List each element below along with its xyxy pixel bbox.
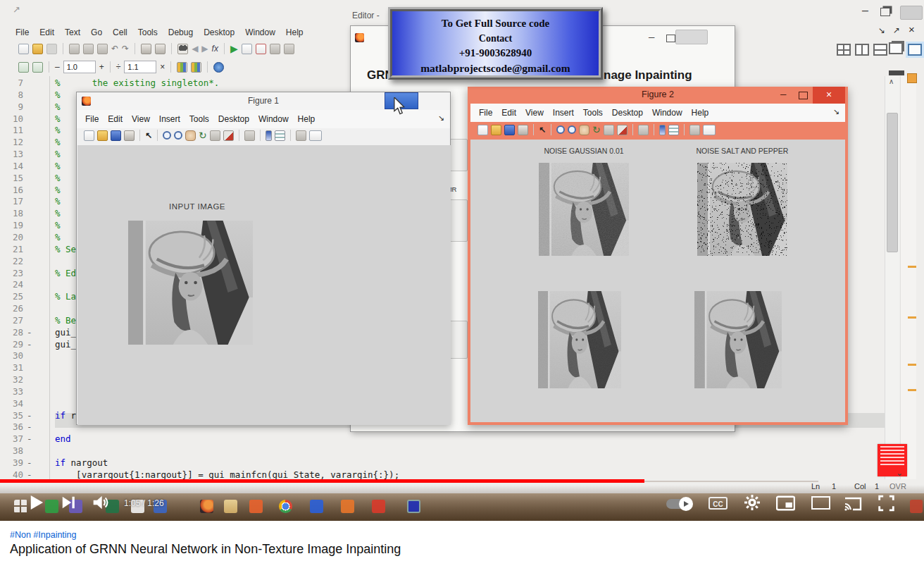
pan-icon[interactable] — [579, 125, 589, 135]
volume-icon[interactable] — [92, 494, 108, 511]
multiply-icon[interactable]: × — [160, 62, 165, 73]
figure2-menu-help[interactable]: Help — [692, 108, 709, 118]
cut-icon[interactable] — [69, 44, 80, 54]
play-button[interactable] — [27, 493, 45, 512]
pointer-icon[interactable]: ↖ — [145, 130, 152, 141]
brush-icon[interactable] — [617, 125, 628, 135]
figure2-menu-file[interactable]: File — [479, 108, 492, 118]
editor-menu-cell[interactable]: Cell — [113, 27, 127, 37]
copy-icon[interactable] — [83, 44, 94, 54]
gui-maximize-icon[interactable] — [666, 35, 675, 42]
chevron-down-icon[interactable]: ⌄ — [896, 468, 903, 478]
figure1-menu-tools[interactable]: Tools — [189, 114, 209, 124]
taskbar-chrome-icon[interactable] — [279, 500, 292, 513]
figure2-menu-insert[interactable]: Insert — [553, 108, 574, 118]
figure2-window[interactable]: Figure 2 – × FileEditViewInsertToolsDesk… — [468, 87, 848, 425]
insert-cell-icon[interactable] — [18, 62, 29, 73]
editor-line-39[interactable]: 39-if nargout — [0, 457, 885, 469]
figure2-maximize-icon[interactable] — [799, 92, 808, 99]
tile-icon[interactable] — [270, 44, 280, 54]
layout-single-icon[interactable] — [908, 44, 922, 56]
warning-tick[interactable] — [908, 266, 916, 268]
minimize-button[interactable]: – — [862, 4, 868, 17]
subplot-icon[interactable] — [703, 125, 716, 135]
save-icon[interactable] — [504, 125, 515, 135]
figure1-dock-icon[interactable]: ↘ — [438, 113, 444, 123]
open-file-icon[interactable] — [32, 44, 43, 54]
rotate-icon[interactable]: ↻ — [592, 125, 601, 135]
print-preview-icon[interactable] — [155, 44, 166, 54]
legend-icon[interactable] — [275, 130, 285, 141]
new-figure-icon[interactable] — [84, 130, 94, 141]
gui-close-button[interactable] — [675, 30, 708, 44]
figure2-dock-icon[interactable]: ↘ — [833, 107, 839, 116]
miniplayer-icon[interactable] — [776, 495, 795, 511]
cell-value-input-2[interactable] — [124, 61, 156, 73]
back-icon[interactable]: ◀ — [192, 44, 198, 54]
figure1-menu-desktop[interactable]: Desktop — [218, 114, 249, 124]
close-editor-doc-icon[interactable] — [256, 44, 266, 54]
figure1-menu-insert[interactable]: Insert — [159, 114, 180, 124]
editor-line-38[interactable]: 38 — [0, 445, 885, 457]
divide-icon[interactable]: ÷ — [116, 62, 121, 73]
taskbar-icon[interactable] — [45, 500, 58, 513]
layout-cascade-icon[interactable] — [889, 42, 903, 54]
video-frame[interactable]: ↗ Editor - – ↘ ↗ × FileEditTextGoCellToo… — [0, 0, 924, 521]
warning-tick[interactable] — [908, 364, 916, 366]
editor-corner-icon[interactable]: ↗ — [13, 4, 20, 15]
gui-minimize-icon[interactable]: – — [649, 30, 654, 42]
figure2-menu-edit[interactable]: Edit — [501, 108, 516, 118]
figure2-menu-view[interactable]: View — [525, 108, 544, 118]
figure2-close-button[interactable]: × — [813, 87, 845, 104]
increase-icon[interactable]: + — [99, 62, 104, 73]
print-icon[interactable] — [141, 44, 151, 54]
editor-menu-go[interactable]: Go — [91, 27, 102, 37]
editor-menu-window[interactable]: Window — [245, 27, 275, 37]
progress-bar-played[interactable] — [0, 479, 644, 483]
taskbar-icon[interactable] — [341, 500, 354, 513]
taskbar-icon[interactable] — [910, 500, 923, 513]
editor-menu-desktop[interactable]: Desktop — [204, 27, 235, 37]
hold-icon[interactable] — [296, 130, 306, 141]
print-icon[interactable] — [518, 125, 528, 135]
undo-icon[interactable]: ↶ — [111, 44, 118, 54]
tile2-icon[interactable] — [284, 44, 294, 54]
link-plot-icon[interactable] — [638, 125, 649, 135]
layout-rows-icon[interactable] — [873, 44, 887, 56]
layout-grid-icon[interactable] — [837, 44, 851, 56]
new-file-icon[interactable] — [18, 44, 29, 54]
editor-menu-file[interactable]: File — [15, 27, 29, 37]
taskbar-icon[interactable] — [249, 500, 263, 513]
figure1-menu-edit[interactable]: Edit — [108, 114, 123, 124]
taskbar-matlab-icon[interactable] — [200, 500, 213, 513]
fx-icon[interactable]: fx — [212, 44, 218, 54]
brush-icon[interactable] — [223, 130, 234, 141]
print-icon[interactable] — [124, 130, 135, 141]
warning-tick[interactable] — [908, 389, 916, 391]
figure1-menu-view[interactable]: View — [132, 114, 150, 124]
data-cursor-icon[interactable] — [604, 125, 614, 135]
restore-button[interactable] — [880, 8, 890, 16]
figure1-menu-help[interactable]: Help — [298, 114, 316, 124]
captions-button[interactable]: CC — [708, 497, 728, 510]
progress-bar-track[interactable] — [644, 481, 818, 482]
find-icon[interactable] — [177, 44, 188, 54]
paste-icon[interactable] — [97, 44, 108, 54]
open-icon[interactable] — [491, 125, 501, 135]
editor-menu-debug[interactable]: Debug — [168, 27, 193, 37]
editor-menu-help[interactable]: Help — [286, 27, 304, 37]
figure2-menu-window[interactable]: Window — [652, 108, 682, 118]
pointer-icon[interactable]: ↖ — [539, 125, 546, 135]
editor-menu-edit[interactable]: Edit — [39, 27, 54, 37]
fullscreen-icon[interactable] — [878, 495, 895, 512]
chart2-icon[interactable] — [191, 62, 201, 73]
publish-icon[interactable] — [242, 44, 252, 54]
editor-line-37[interactable]: 37-end — [0, 433, 885, 445]
close-icon[interactable]: × — [909, 23, 915, 35]
warning-tick[interactable] — [908, 316, 916, 319]
figure2-menu-tools[interactable]: Tools — [583, 108, 603, 118]
editor-menu-tools[interactable]: Tools — [138, 27, 158, 37]
cast-icon[interactable] — [844, 495, 862, 512]
figure2-minimize-icon[interactable]: – — [780, 87, 786, 99]
zoom-out-icon[interactable] — [568, 125, 576, 134]
